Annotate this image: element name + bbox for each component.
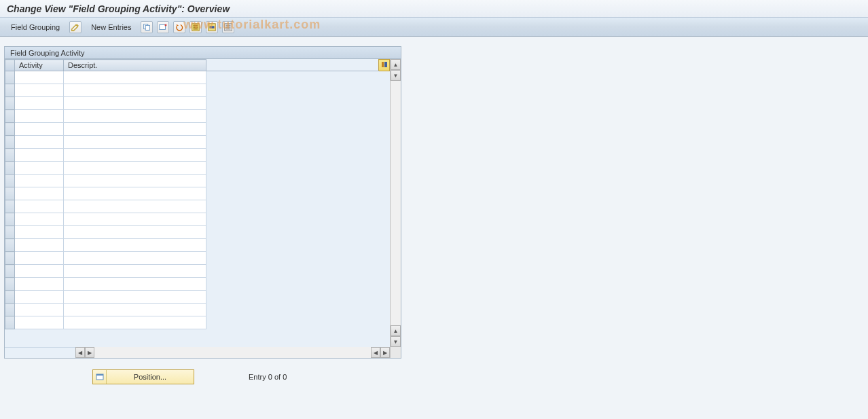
row-selector[interactable] [5,265,15,278]
row-selector[interactable] [5,175,15,187]
cell-activity[interactable] [15,187,64,200]
row-selector[interactable] [5,278,15,291]
cell-activity[interactable] [15,213,64,226]
cell-filler [206,304,390,316]
cell-filler [206,110,390,123]
scroll-down-icon[interactable]: ▼ [391,336,401,347]
cell-activity[interactable] [15,97,64,110]
deselect-all-icon[interactable] [222,21,234,33]
row-selector[interactable] [5,84,15,97]
scroll-left-end-icon[interactable]: ◀ [371,347,380,358]
cell-activity[interactable] [15,84,64,97]
scroll-right-icon[interactable]: ▶ [380,347,390,358]
cell-description[interactable] [64,149,206,162]
cell-filler [206,175,390,187]
cell-activity[interactable] [15,149,64,162]
svg-rect-2 [160,24,166,29]
copy-icon[interactable] [141,21,153,33]
cell-activity[interactable] [15,304,64,316]
table-settings-icon[interactable] [379,60,390,71]
scroll-track[interactable] [391,81,401,325]
table-row [5,252,390,265]
scroll-right-hint-icon[interactable]: ▶ [85,347,94,358]
column-header-activity[interactable]: Activity [15,60,64,71]
row-selector[interactable] [5,239,15,252]
cell-activity[interactable] [15,278,64,291]
table-row [5,162,390,175]
table-scroll-area: Activity Descript. [5,59,390,347]
cell-activity[interactable] [15,162,64,175]
cell-description[interactable] [64,162,206,175]
row-selector[interactable] [5,149,15,162]
cell-activity[interactable] [15,291,64,304]
row-selector[interactable] [5,213,15,226]
position-button[interactable]: Position... [92,369,194,384]
row-selector[interactable] [5,123,15,136]
cell-description[interactable] [64,200,206,213]
cell-description[interactable] [64,136,206,149]
cell-description[interactable] [64,123,206,136]
cell-description[interactable] [64,239,206,252]
vertical-scrollbar[interactable]: ▲ ▼ ▲ ▼ [390,59,401,347]
new-entries-button[interactable]: New Entries [86,20,137,34]
scroll-left-icon[interactable]: ◀ [75,347,85,358]
undo-icon[interactable] [173,21,185,33]
cell-activity[interactable] [15,200,64,213]
cell-description[interactable] [64,84,206,97]
cell-description[interactable] [64,265,206,278]
row-selector[interactable] [5,200,15,213]
table-row [5,71,390,84]
cell-activity[interactable] [15,252,64,265]
row-selector[interactable] [5,252,15,265]
hscroll-track[interactable] [94,347,371,358]
watermark-text: www.tutorialkart.com [183,18,321,32]
cell-activity[interactable] [15,175,64,187]
cell-activity[interactable] [15,316,64,329]
row-selector[interactable] [5,187,15,200]
table-row [5,110,390,123]
cell-description[interactable] [64,187,206,200]
cell-description[interactable] [64,97,206,110]
row-selector[interactable] [5,226,15,239]
row-selector-header[interactable] [5,60,15,71]
cell-description[interactable] [64,316,206,329]
cell-activity[interactable] [15,136,64,149]
column-filler [206,60,379,71]
cell-description[interactable] [64,226,206,239]
row-selector[interactable] [5,162,15,175]
cell-description[interactable] [64,213,206,226]
row-selector[interactable] [5,136,15,149]
cell-activity[interactable] [15,123,64,136]
cell-activity[interactable] [15,110,64,123]
cell-filler [206,200,390,213]
cell-description[interactable] [64,304,206,316]
row-selector[interactable] [5,71,15,84]
select-all-icon[interactable] [189,21,202,33]
cell-activity[interactable] [15,226,64,239]
cell-activity[interactable] [15,71,64,84]
row-selector[interactable] [5,110,15,123]
cell-description[interactable] [64,71,206,84]
row-selector[interactable] [5,291,15,304]
cell-filler [206,136,390,149]
row-selector[interactable] [5,304,15,316]
cell-description[interactable] [64,110,206,123]
svg-rect-14 [382,62,384,67]
cell-activity[interactable] [15,265,64,278]
cell-description[interactable] [64,175,206,187]
edit-icon[interactable] [69,21,82,33]
scroll-up-icon[interactable]: ▲ [391,59,401,70]
delete-icon[interactable] [157,21,169,33]
cell-description[interactable] [64,291,206,304]
field-grouping-button[interactable]: Field Grouping [5,20,65,34]
row-selector[interactable] [5,97,15,110]
table-row [5,97,390,110]
cell-description[interactable] [64,252,206,265]
cell-description[interactable] [64,278,206,291]
cell-activity[interactable] [15,239,64,252]
scroll-up-bottom-icon[interactable]: ▲ [391,325,401,336]
column-header-description[interactable]: Descript. [64,60,206,71]
select-block-icon[interactable] [206,21,218,33]
row-selector[interactable] [5,316,15,329]
scroll-down-hint-icon[interactable]: ▼ [391,70,401,81]
